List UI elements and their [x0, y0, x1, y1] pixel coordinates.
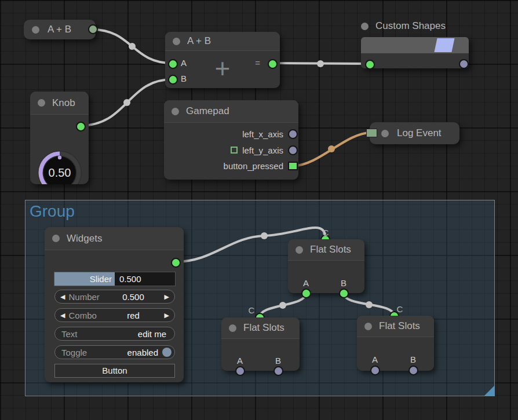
plus-icon: +	[165, 53, 280, 84]
knob-dial[interactable]: 0.50	[30, 115, 89, 184]
output-slot-b[interactable]	[408, 366, 418, 375]
output-slot[interactable]	[171, 258, 181, 268]
collapse-dot-icon[interactable]	[296, 246, 303, 254]
node-add-collapsed[interactable]: A + B	[24, 20, 96, 39]
text-widget[interactable]: Text edit me	[54, 327, 175, 341]
collapse-dot-icon[interactable]	[32, 26, 39, 34]
collapse-dot-icon[interactable]	[381, 130, 389, 137]
toggle-knob-icon[interactable]	[162, 348, 172, 357]
button-widget[interactable]: Button	[54, 364, 175, 378]
node-title: A + B	[48, 24, 71, 35]
node-title: Knob	[52, 97, 75, 109]
node-gamepad[interactable]: Gamepad left_x_axis left_y_axis button_p…	[164, 100, 298, 180]
wire-dot[interactable]	[129, 43, 136, 50]
checkbox-icon[interactable]	[231, 147, 238, 154]
output-label-a: A	[301, 278, 311, 288]
node-title: Widgets	[67, 233, 102, 244]
collapse-dot-icon[interactable]	[364, 323, 372, 330]
wire-dot[interactable]	[123, 99, 130, 106]
toggle-label: Toggle	[61, 348, 87, 357]
combo-label: Combo	[68, 311, 96, 320]
node-title: Flat Slots	[310, 244, 351, 255]
output-slot-a[interactable]	[301, 288, 311, 298]
slider-label: Slider	[90, 274, 112, 284]
output-slot-a[interactable]	[370, 366, 380, 375]
output-slot-lefty[interactable]	[288, 145, 298, 155]
custom-shape-bar	[361, 37, 469, 53]
output-label: left_y_axis	[242, 145, 283, 155]
node-title: Gamepad	[186, 105, 229, 117]
toggle-widget[interactable]: Toggle enabled	[54, 345, 175, 359]
wire-dot[interactable]	[328, 145, 335, 152]
input-label-c: C	[247, 305, 256, 315]
output-label-a: A	[235, 356, 245, 366]
node-add[interactable]: A + B A B + =	[165, 32, 280, 88]
collapse-dot-icon[interactable]	[172, 108, 179, 115]
knob-value: 0.50	[49, 166, 71, 179]
output-label: button_pressed	[224, 161, 283, 171]
node-custom-shapes-title[interactable]: Custom Shapes	[361, 20, 446, 32]
output-label-a: A	[370, 355, 380, 364]
node-title: Log Event	[397, 127, 442, 139]
output-label-b: B	[339, 278, 348, 288]
node-log-event[interactable]: Log Event	[370, 122, 459, 144]
output-label: left_x_axis	[242, 129, 283, 139]
output-label: =	[255, 58, 260, 68]
wire-addcollapsed-to-addA	[92, 30, 172, 63]
collapse-dot-icon[interactable]	[229, 324, 236, 332]
output-label-b: B	[273, 356, 283, 366]
output-slot-b[interactable]	[273, 366, 283, 376]
custom-shape-parallelogram	[434, 38, 454, 52]
output-slot-a[interactable]	[235, 366, 245, 376]
node-title: Custom Shapes	[375, 20, 446, 32]
group-title[interactable]: Group	[30, 202, 75, 221]
input-label-c: C	[321, 228, 330, 238]
collapse-dot-icon[interactable]	[173, 38, 180, 45]
number-value: 0.500	[113, 292, 154, 302]
node-title: Flat Slots	[243, 322, 284, 334]
slider-widget[interactable]: Slider 0.500	[54, 272, 175, 286]
wire-event-gamepad-to-logevent	[294, 133, 371, 166]
right-arrow-icon[interactable]: ▶	[165, 294, 169, 300]
node-custom-shapes[interactable]	[361, 37, 469, 68]
event-output-slot[interactable]	[288, 162, 298, 170]
text-label: Text	[61, 329, 78, 339]
input-label-c: C	[395, 304, 404, 314]
collapse-dot-icon[interactable]	[52, 235, 60, 242]
text-value: edit me	[138, 329, 166, 339]
group-resize-handle[interactable]	[484, 386, 494, 396]
wire-add-to-customshapes	[272, 63, 369, 64]
slider-fill: Slider	[54, 272, 115, 286]
node-flat-slots-right[interactable]: C Flat Slots A B	[357, 316, 434, 371]
wire-dot[interactable]	[317, 60, 324, 67]
node-editor-canvas[interactable]: Group A + B A + B A B + =	[0, 0, 518, 420]
left-arrow-icon[interactable]: ◀	[60, 294, 65, 300]
output-slot[interactable]	[268, 59, 278, 69]
wire-knob-to-addB	[80, 79, 172, 126]
output-slot[interactable]	[88, 24, 98, 34]
collapse-dot-icon[interactable]	[38, 99, 45, 107]
output-slot-leftx[interactable]	[288, 129, 298, 139]
slider-value: 0.500	[119, 272, 141, 286]
output-slot-b[interactable]	[339, 288, 349, 298]
number-widget[interactable]: ◀ Number 0.500 ▶	[54, 290, 175, 304]
node-knob[interactable]: Knob 0.50	[30, 92, 89, 184]
output-slot[interactable]	[459, 59, 469, 69]
collapse-dot-icon[interactable]	[361, 23, 369, 30]
number-label: Number	[68, 292, 99, 302]
output-label-b: B	[408, 355, 418, 364]
node-title: Flat Slots	[379, 320, 420, 332]
combo-widget[interactable]: ◀ Combo red ▶	[54, 308, 175, 322]
node-title: A + B	[187, 35, 211, 47]
node-flat-slots-left[interactable]: C Flat Slots A B	[221, 317, 300, 371]
left-arrow-icon[interactable]: ◀	[60, 312, 65, 319]
combo-value: red	[113, 311, 154, 320]
toggle-value: enabled	[127, 348, 158, 357]
node-widgets[interactable]: Widgets Slider 0.500 ◀ Number 0.500 ▶ ◀ …	[45, 227, 184, 382]
event-input-slot[interactable]	[366, 129, 377, 137]
input-slot[interactable]	[365, 60, 375, 70]
right-arrow-icon[interactable]: ▶	[165, 312, 169, 319]
node-flat-slots-top[interactable]: C Flat Slots A B	[288, 239, 364, 293]
